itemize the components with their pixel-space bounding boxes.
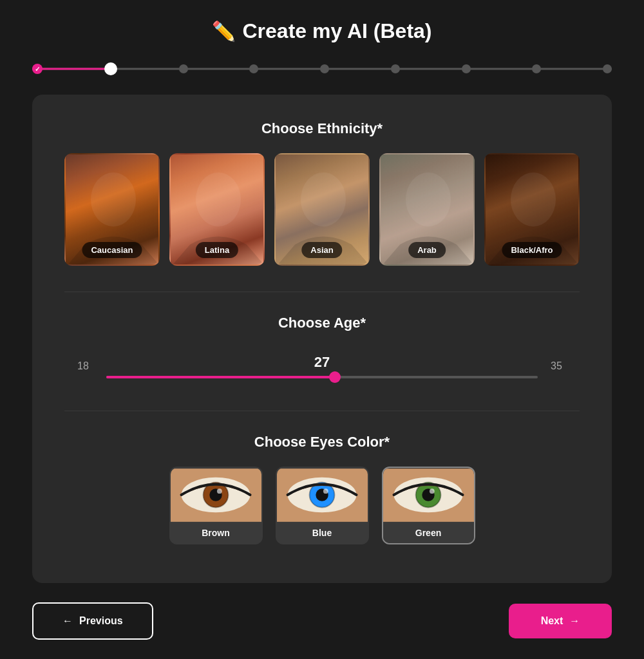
page-title: ✏️ Create my AI (Beta) — [212, 19, 431, 43]
ethnicity-label-latina: Latina — [196, 242, 238, 258]
age-max-label: 35 — [551, 360, 567, 372]
progress-dot-4 — [249, 64, 258, 73]
svg-point-4 — [511, 172, 556, 227]
svg-point-3 — [406, 172, 451, 227]
age-section: Choose Age* 18 27 35 — [64, 315, 580, 385]
eyes-section: Choose Eyes Color* BrownBlueGreen — [64, 434, 580, 544]
next-label: Next — [541, 615, 564, 627]
eye-label-green: Green — [383, 523, 474, 543]
progress-dot-8 — [532, 64, 541, 73]
ethnicity-section: Choose Ethnicity* CaucasianLatinaAsianAr… — [64, 120, 580, 266]
progress-dot-2 — [104, 62, 117, 75]
age-slider-wrapper: 27 — [106, 354, 538, 378]
prev-icon: ← — [62, 615, 73, 627]
ethnicity-card-caucasian[interactable]: Caucasian — [64, 153, 160, 266]
eyes-grid: BrownBlueGreen — [64, 467, 580, 544]
progress-dot-3 — [179, 64, 188, 73]
progress-dot-5 — [320, 64, 329, 73]
eye-card-green[interactable]: Green — [382, 467, 475, 544]
svg-point-0 — [91, 172, 136, 227]
ethnicity-card-arab[interactable]: Arab — [379, 153, 475, 266]
ethnicity-card-asian[interactable]: Asian — [274, 153, 370, 266]
slider-fill — [106, 376, 335, 378]
progress-dot-1: ✓ — [32, 64, 43, 74]
eye-card-blue[interactable]: Blue — [276, 467, 369, 544]
previous-button[interactable]: ← Previous — [32, 602, 153, 640]
eyes-title: Choose Eyes Color* — [64, 434, 580, 450]
ethnicity-grid: CaucasianLatinaAsianArabBlack/Afro — [64, 153, 580, 266]
section-divider-2 — [64, 411, 580, 411]
svg-point-2 — [301, 172, 346, 227]
age-slider-container: 18 27 35 — [64, 348, 580, 385]
age-title: Choose Age* — [64, 315, 580, 331]
svg-point-22 — [429, 488, 434, 494]
age-value: 27 — [314, 354, 330, 371]
eye-card-brown[interactable]: Brown — [169, 467, 263, 544]
progress-dot-7 — [462, 64, 471, 73]
title-icon: ✏️ — [212, 20, 236, 42]
age-min-label: 18 — [77, 360, 93, 372]
slider-thumb[interactable] — [329, 371, 341, 383]
eye-img-blue — [277, 468, 368, 523]
ethnicity-card-latina[interactable]: Latina — [169, 153, 265, 266]
main-card: Choose Ethnicity* CaucasianLatinaAsianAr… — [32, 95, 612, 583]
ethnicity-label-arab: Arab — [408, 242, 446, 258]
ethnicity-label-caucasian: Caucasian — [82, 242, 142, 258]
section-divider-1 — [64, 292, 580, 292]
svg-point-16 — [323, 488, 328, 494]
slider-track — [106, 376, 538, 378]
nav-buttons: ← Previous Next → — [32, 602, 612, 640]
progress-dot-9 — [603, 64, 612, 73]
ethnicity-title: Choose Ethnicity* — [64, 120, 580, 137]
previous-label: Previous — [79, 615, 123, 627]
next-button[interactable]: Next → — [509, 604, 612, 638]
ethnicity-label-black: Black/Afro — [502, 242, 562, 258]
eye-img-green — [383, 468, 474, 523]
ethnicity-label-asian: Asian — [301, 242, 342, 258]
eye-label-brown: Brown — [171, 523, 261, 543]
progress-bar: ✓ — [32, 62, 612, 75]
progress-dot-6 — [391, 64, 400, 73]
next-icon: → — [569, 615, 580, 627]
eye-img-brown — [171, 468, 261, 523]
ethnicity-card-black[interactable]: Black/Afro — [484, 153, 580, 266]
svg-point-1 — [196, 172, 241, 227]
eye-label-blue: Blue — [277, 523, 368, 543]
svg-point-10 — [216, 488, 222, 494]
